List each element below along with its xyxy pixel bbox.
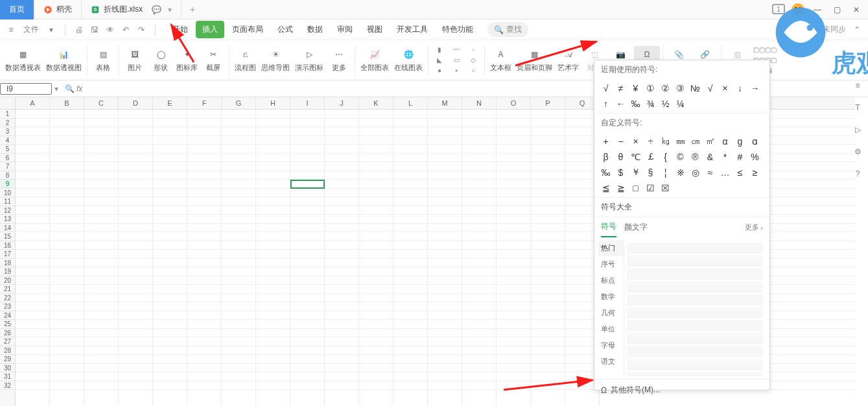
recent-symbol[interactable]: ② <box>658 80 673 96</box>
new-tab-button[interactable]: ＋ <box>182 4 204 16</box>
search-box[interactable]: 🔍 查找 <box>487 22 528 37</box>
cat-语文[interactable]: 语文 <box>598 353 624 370</box>
sp-tab-symbol[interactable]: 符号 <box>601 217 616 237</box>
col-J[interactable]: J <box>325 97 359 109</box>
row-18[interactable]: 18 <box>0 259 15 268</box>
row-19[interactable]: 19 <box>0 267 15 276</box>
col-N[interactable]: N <box>462 97 497 109</box>
row-30[interactable]: 30 <box>0 364 15 373</box>
cat-标点[interactable]: 标点 <box>598 272 624 289</box>
col-L[interactable]: L <box>393 97 428 109</box>
cat-数学[interactable]: 数学 <box>598 289 624 305</box>
save-icon[interactable]: 🖨 <box>73 24 85 36</box>
rb-mindmap[interactable]: ☀思维导图 <box>259 46 292 74</box>
col-G[interactable]: G <box>222 97 256 109</box>
row-32[interactable]: 32 <box>0 381 15 390</box>
mt-start[interactable]: 开始 <box>166 21 194 38</box>
custom-symbol[interactable]: θ <box>613 149 628 165</box>
col-H[interactable]: H <box>256 97 290 109</box>
recent-symbol[interactable]: ③ <box>673 80 688 96</box>
custom-symbol[interactable]: © <box>673 149 688 165</box>
row-1[interactable]: 1 <box>0 110 15 119</box>
custom-symbol[interactable]: # <box>733 149 747 165</box>
col-E[interactable]: E <box>153 97 187 109</box>
mt-dev[interactable]: 开发工具 <box>390 21 434 38</box>
mt-feature[interactable]: 特色功能 <box>436 21 480 38</box>
mt-layout[interactable]: 页面布局 <box>226 21 270 38</box>
cat-字母[interactable]: 字母 <box>598 337 624 353</box>
row-9[interactable]: 9 <box>0 180 15 189</box>
custom-symbol[interactable]: ㎡ <box>703 134 718 149</box>
recent-symbol[interactable]: ≠ <box>613 80 628 96</box>
fx-icon[interactable]: fx <box>76 84 86 93</box>
rb-wordart[interactable]: 𝒜艺术字 <box>555 46 581 74</box>
rail-text-icon[interactable]: T <box>850 100 865 115</box>
selected-cell[interactable] <box>290 180 325 189</box>
row-16[interactable]: 16 <box>0 241 15 250</box>
namebox-dropdown-icon[interactable]: ▾ <box>52 84 61 93</box>
rail-help-icon[interactable]: ? <box>850 166 865 182</box>
custom-symbol[interactable]: & <box>703 149 718 165</box>
custom-symbol[interactable]: ɑ <box>747 134 762 149</box>
custom-symbol[interactable]: ￥ <box>628 165 643 180</box>
rb-pivot-chart[interactable]: 📊数据透视图 <box>43 46 84 74</box>
recent-symbol[interactable]: ① <box>643 80 658 96</box>
custom-symbol[interactable]: ≦ <box>598 180 613 196</box>
recent-symbol[interactable]: √ <box>598 80 613 96</box>
custom-symbol[interactable]: ￡ <box>643 149 658 165</box>
row-25[interactable]: 25 <box>0 320 15 329</box>
col-B[interactable]: B <box>50 97 84 109</box>
custom-symbol[interactable]: ¦ <box>658 165 673 180</box>
select-all-corner[interactable] <box>0 97 16 110</box>
custom-symbol[interactable]: ㎝ <box>688 134 703 149</box>
custom-symbol[interactable]: ≤ <box>733 165 747 180</box>
col-D[interactable]: D <box>119 97 153 109</box>
custom-symbol[interactable]: ☑ <box>643 180 658 196</box>
custom-symbol[interactable]: g <box>733 134 747 149</box>
recent-symbol[interactable]: ¾ <box>643 96 658 112</box>
tab-menu-icon[interactable]: ▾ <box>168 5 172 14</box>
row-6[interactable]: 6 <box>0 154 15 163</box>
mt-formula[interactable]: 公式 <box>271 21 299 38</box>
rail-settings-icon[interactable]: ⚙ <box>850 144 865 160</box>
row-2[interactable]: 2 <box>0 119 15 128</box>
recent-symbol[interactable]: ← <box>613 96 628 112</box>
cat-几何[interactable]: 几何 <box>598 305 624 321</box>
rb-more[interactable]: ⋯更多 <box>326 46 352 74</box>
row-28[interactable]: 28 <box>0 346 15 355</box>
row-29[interactable]: 29 <box>0 355 15 364</box>
custom-symbol[interactable]: ㎏ <box>658 134 673 149</box>
tab-daoke[interactable]: 稻壳 <box>34 0 82 19</box>
other-symbols[interactable]: Ω 其他符号(M)... <box>594 379 769 401</box>
custom-symbol[interactable]: ◎ <box>688 165 703 180</box>
custom-symbol[interactable]: { <box>658 149 673 165</box>
row-13[interactable]: 13 <box>0 215 15 224</box>
row-7[interactable]: 7 <box>0 162 15 171</box>
custom-symbol[interactable]: ® <box>688 149 703 165</box>
file-dropdown-icon[interactable]: ▾ <box>45 24 57 36</box>
row-8[interactable]: 8 <box>0 171 15 180</box>
recent-symbol[interactable]: ↑ <box>598 96 613 112</box>
row-4[interactable]: 4 <box>0 136 15 145</box>
custom-symbol[interactable]: − <box>613 134 628 149</box>
custom-symbol[interactable]: β <box>598 149 613 165</box>
row-31[interactable]: 31 <box>0 372 15 381</box>
undo-icon[interactable]: ↶ <box>120 24 132 36</box>
rb-allcharts[interactable]: 📈全部图表 <box>358 46 392 74</box>
cat-单位[interactable]: 单位 <box>598 321 624 337</box>
custom-symbol[interactable]: ‰ <box>598 165 613 180</box>
row-12[interactable]: 12 <box>0 206 15 215</box>
recent-symbol[interactable]: → <box>747 80 762 96</box>
rb-headerfooter[interactable]: ▦页眉和页脚 <box>514 46 555 74</box>
redo-icon[interactable]: ↷ <box>135 24 147 36</box>
sp-more[interactable]: 更多 › <box>745 222 763 232</box>
fx-zoom-icon[interactable]: 🔍 <box>65 84 74 93</box>
custom-symbol[interactable]: ≥ <box>747 165 762 180</box>
rb-pivot-table[interactable]: ▦数据透视表 <box>3 46 43 74</box>
col-I[interactable]: I <box>290 97 325 109</box>
custom-symbol[interactable]: ÷ <box>643 134 658 149</box>
rail-select-icon[interactable]: ▷ <box>850 122 865 137</box>
col-K[interactable]: K <box>359 97 393 109</box>
custom-symbol[interactable]: ☒ <box>658 180 673 196</box>
row-11[interactable]: 11 <box>0 197 15 206</box>
